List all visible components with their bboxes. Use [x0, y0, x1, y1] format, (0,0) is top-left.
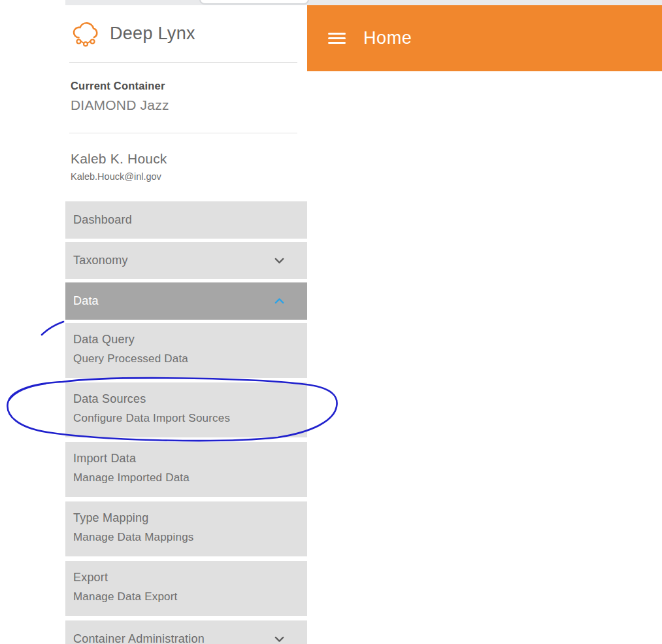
brand: Deep Lynx	[71, 20, 307, 47]
sidebar-item-data-query[interactable]: Data Query Query Processed Data	[65, 323, 307, 378]
chevron-down-icon	[271, 252, 288, 269]
subitem-title: Data Query	[73, 333, 307, 347]
browser-chrome-edge	[65, 0, 662, 5]
annotation-mark	[42, 322, 63, 335]
subitem-subtitle: Manage Imported Data	[73, 471, 307, 484]
current-container-section: Current Container DIAMOND Jazz	[71, 80, 307, 113]
divider	[69, 133, 297, 133]
subitem-title: Export	[73, 571, 307, 585]
subitem-subtitle: Configure Data Import Sources	[73, 412, 307, 425]
sidebar-item-taxonomy[interactable]: Taxonomy	[65, 242, 307, 279]
sidebar: Deep Lynx Current Container DIAMOND Jazz…	[65, 5, 307, 644]
user-name: Kaleb K. Houck	[71, 151, 307, 167]
subitem-title: Type Mapping	[73, 511, 307, 525]
current-container-value: DIAMOND Jazz	[71, 97, 307, 113]
sidebar-item-label: Container Administration	[73, 632, 205, 644]
current-container-label: Current Container	[71, 80, 307, 92]
sidebar-item-data-sources[interactable]: Data Sources Configure Data Import Sourc…	[65, 382, 307, 437]
subitem-title: Import Data	[73, 452, 307, 466]
subitem-title: Data Sources	[73, 392, 307, 406]
deep-lynx-logo-icon	[71, 20, 101, 47]
address-bar-partial	[199, 0, 309, 5]
menu-icon[interactable]	[328, 33, 346, 44]
app-header: Home	[307, 5, 662, 71]
sidebar-menu: Dashboard Taxonomy Data Data Query Query…	[65, 201, 307, 644]
app-title: Deep Lynx	[110, 24, 195, 44]
subitem-subtitle: Manage Data Mappings	[73, 531, 307, 544]
page-title: Home	[363, 28, 412, 48]
annotation-wobble	[9, 384, 46, 400]
sidebar-item-label: Data	[73, 294, 99, 308]
chevron-up-icon	[271, 293, 288, 309]
subitem-subtitle: Manage Data Export	[73, 590, 307, 603]
sidebar-item-type-mapping[interactable]: Type Mapping Manage Data Mappings	[65, 501, 307, 556]
chevron-down-icon	[271, 631, 288, 644]
sidebar-item-data[interactable]: Data	[65, 282, 307, 320]
sidebar-item-container-administration[interactable]: Container Administration	[65, 620, 307, 644]
user-section: Kaleb K. Houck Kaleb.Houck@inl.gov	[71, 151, 307, 182]
subitem-subtitle: Query Processed Data	[73, 352, 307, 365]
sidebar-item-dashboard[interactable]: Dashboard	[65, 201, 307, 239]
sidebar-item-export[interactable]: Export Manage Data Export	[65, 561, 307, 616]
sidebar-item-import-data[interactable]: Import Data Manage Imported Data	[65, 442, 307, 497]
divider	[69, 62, 297, 63]
sidebar-item-label: Dashboard	[73, 213, 132, 227]
sidebar-item-label: Taxonomy	[73, 254, 128, 267]
user-email: Kaleb.Houck@inl.gov	[71, 171, 307, 182]
